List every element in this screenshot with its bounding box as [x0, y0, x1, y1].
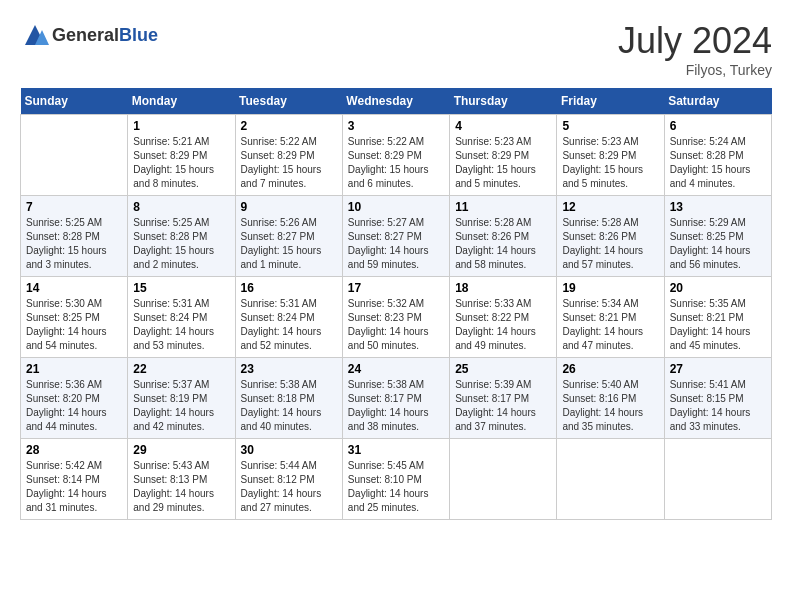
day-info: Sunrise: 5:38 AM Sunset: 8:17 PM Dayligh…	[348, 378, 444, 434]
day-info: Sunrise: 5:43 AM Sunset: 8:13 PM Dayligh…	[133, 459, 229, 515]
location-subtitle: Filyos, Turkey	[618, 62, 772, 78]
day-info: Sunrise: 5:35 AM Sunset: 8:21 PM Dayligh…	[670, 297, 766, 353]
calendar-day-cell: 30Sunrise: 5:44 AM Sunset: 8:12 PM Dayli…	[235, 439, 342, 520]
calendar-table: SundayMondayTuesdayWednesdayThursdayFrid…	[20, 88, 772, 520]
calendar-day-cell: 17Sunrise: 5:32 AM Sunset: 8:23 PM Dayli…	[342, 277, 449, 358]
day-number: 16	[241, 281, 337, 295]
calendar-day-cell: 2Sunrise: 5:22 AM Sunset: 8:29 PM Daylig…	[235, 115, 342, 196]
calendar-week-row: 14Sunrise: 5:30 AM Sunset: 8:25 PM Dayli…	[21, 277, 772, 358]
day-info: Sunrise: 5:21 AM Sunset: 8:29 PM Dayligh…	[133, 135, 229, 191]
day-info: Sunrise: 5:39 AM Sunset: 8:17 PM Dayligh…	[455, 378, 551, 434]
calendar-day-cell: 19Sunrise: 5:34 AM Sunset: 8:21 PM Dayli…	[557, 277, 664, 358]
day-info: Sunrise: 5:23 AM Sunset: 8:29 PM Dayligh…	[455, 135, 551, 191]
day-info: Sunrise: 5:23 AM Sunset: 8:29 PM Dayligh…	[562, 135, 658, 191]
day-number: 10	[348, 200, 444, 214]
weekday-header-saturday: Saturday	[664, 88, 771, 115]
day-number: 27	[670, 362, 766, 376]
calendar-day-cell: 16Sunrise: 5:31 AM Sunset: 8:24 PM Dayli…	[235, 277, 342, 358]
calendar-day-cell: 28Sunrise: 5:42 AM Sunset: 8:14 PM Dayli…	[21, 439, 128, 520]
day-number: 12	[562, 200, 658, 214]
calendar-week-row: 28Sunrise: 5:42 AM Sunset: 8:14 PM Dayli…	[21, 439, 772, 520]
calendar-day-cell: 25Sunrise: 5:39 AM Sunset: 8:17 PM Dayli…	[450, 358, 557, 439]
day-number: 17	[348, 281, 444, 295]
calendar-day-cell: 10Sunrise: 5:27 AM Sunset: 8:27 PM Dayli…	[342, 196, 449, 277]
day-number: 28	[26, 443, 122, 457]
page-header: GeneralBlue July 2024 Filyos, Turkey	[20, 20, 772, 78]
calendar-day-cell: 20Sunrise: 5:35 AM Sunset: 8:21 PM Dayli…	[664, 277, 771, 358]
day-number: 8	[133, 200, 229, 214]
day-number: 29	[133, 443, 229, 457]
day-info: Sunrise: 5:28 AM Sunset: 8:26 PM Dayligh…	[562, 216, 658, 272]
calendar-day-cell: 31Sunrise: 5:45 AM Sunset: 8:10 PM Dayli…	[342, 439, 449, 520]
day-number: 3	[348, 119, 444, 133]
calendar-day-cell: 13Sunrise: 5:29 AM Sunset: 8:25 PM Dayli…	[664, 196, 771, 277]
day-number: 21	[26, 362, 122, 376]
day-number: 4	[455, 119, 551, 133]
calendar-day-cell: 11Sunrise: 5:28 AM Sunset: 8:26 PM Dayli…	[450, 196, 557, 277]
title-block: July 2024 Filyos, Turkey	[618, 20, 772, 78]
logo-blue-text: Blue	[119, 25, 158, 45]
day-info: Sunrise: 5:32 AM Sunset: 8:23 PM Dayligh…	[348, 297, 444, 353]
day-number: 23	[241, 362, 337, 376]
day-number: 7	[26, 200, 122, 214]
day-info: Sunrise: 5:38 AM Sunset: 8:18 PM Dayligh…	[241, 378, 337, 434]
calendar-day-cell: 23Sunrise: 5:38 AM Sunset: 8:18 PM Dayli…	[235, 358, 342, 439]
day-info: Sunrise: 5:31 AM Sunset: 8:24 PM Dayligh…	[241, 297, 337, 353]
weekday-header-thursday: Thursday	[450, 88, 557, 115]
calendar-day-cell	[21, 115, 128, 196]
day-number: 20	[670, 281, 766, 295]
weekday-header-sunday: Sunday	[21, 88, 128, 115]
calendar-day-cell: 22Sunrise: 5:37 AM Sunset: 8:19 PM Dayli…	[128, 358, 235, 439]
day-info: Sunrise: 5:40 AM Sunset: 8:16 PM Dayligh…	[562, 378, 658, 434]
calendar-day-cell: 3Sunrise: 5:22 AM Sunset: 8:29 PM Daylig…	[342, 115, 449, 196]
day-number: 25	[455, 362, 551, 376]
day-number: 26	[562, 362, 658, 376]
weekday-header-monday: Monday	[128, 88, 235, 115]
weekday-header-row: SundayMondayTuesdayWednesdayThursdayFrid…	[21, 88, 772, 115]
day-number: 5	[562, 119, 658, 133]
day-info: Sunrise: 5:22 AM Sunset: 8:29 PM Dayligh…	[241, 135, 337, 191]
weekday-header-tuesday: Tuesday	[235, 88, 342, 115]
day-number: 2	[241, 119, 337, 133]
day-info: Sunrise: 5:28 AM Sunset: 8:26 PM Dayligh…	[455, 216, 551, 272]
calendar-day-cell: 1Sunrise: 5:21 AM Sunset: 8:29 PM Daylig…	[128, 115, 235, 196]
day-info: Sunrise: 5:37 AM Sunset: 8:19 PM Dayligh…	[133, 378, 229, 434]
calendar-week-row: 7Sunrise: 5:25 AM Sunset: 8:28 PM Daylig…	[21, 196, 772, 277]
day-number: 1	[133, 119, 229, 133]
calendar-day-cell: 6Sunrise: 5:24 AM Sunset: 8:28 PM Daylig…	[664, 115, 771, 196]
day-number: 14	[26, 281, 122, 295]
day-info: Sunrise: 5:45 AM Sunset: 8:10 PM Dayligh…	[348, 459, 444, 515]
weekday-header-friday: Friday	[557, 88, 664, 115]
calendar-day-cell: 12Sunrise: 5:28 AM Sunset: 8:26 PM Dayli…	[557, 196, 664, 277]
calendar-day-cell: 9Sunrise: 5:26 AM Sunset: 8:27 PM Daylig…	[235, 196, 342, 277]
day-info: Sunrise: 5:25 AM Sunset: 8:28 PM Dayligh…	[26, 216, 122, 272]
day-info: Sunrise: 5:44 AM Sunset: 8:12 PM Dayligh…	[241, 459, 337, 515]
day-info: Sunrise: 5:26 AM Sunset: 8:27 PM Dayligh…	[241, 216, 337, 272]
day-number: 24	[348, 362, 444, 376]
day-number: 18	[455, 281, 551, 295]
day-info: Sunrise: 5:41 AM Sunset: 8:15 PM Dayligh…	[670, 378, 766, 434]
day-info: Sunrise: 5:31 AM Sunset: 8:24 PM Dayligh…	[133, 297, 229, 353]
day-info: Sunrise: 5:34 AM Sunset: 8:21 PM Dayligh…	[562, 297, 658, 353]
day-number: 15	[133, 281, 229, 295]
day-info: Sunrise: 5:29 AM Sunset: 8:25 PM Dayligh…	[670, 216, 766, 272]
month-year-title: July 2024	[618, 20, 772, 62]
day-number: 11	[455, 200, 551, 214]
day-number: 19	[562, 281, 658, 295]
day-info: Sunrise: 5:27 AM Sunset: 8:27 PM Dayligh…	[348, 216, 444, 272]
day-info: Sunrise: 5:22 AM Sunset: 8:29 PM Dayligh…	[348, 135, 444, 191]
calendar-day-cell: 18Sunrise: 5:33 AM Sunset: 8:22 PM Dayli…	[450, 277, 557, 358]
calendar-day-cell: 24Sunrise: 5:38 AM Sunset: 8:17 PM Dayli…	[342, 358, 449, 439]
logo-general-text: General	[52, 25, 119, 45]
day-number: 13	[670, 200, 766, 214]
day-info: Sunrise: 5:25 AM Sunset: 8:28 PM Dayligh…	[133, 216, 229, 272]
day-number: 22	[133, 362, 229, 376]
calendar-day-cell: 5Sunrise: 5:23 AM Sunset: 8:29 PM Daylig…	[557, 115, 664, 196]
calendar-day-cell: 29Sunrise: 5:43 AM Sunset: 8:13 PM Dayli…	[128, 439, 235, 520]
day-number: 30	[241, 443, 337, 457]
calendar-day-cell: 15Sunrise: 5:31 AM Sunset: 8:24 PM Dayli…	[128, 277, 235, 358]
calendar-day-cell: 27Sunrise: 5:41 AM Sunset: 8:15 PM Dayli…	[664, 358, 771, 439]
calendar-day-cell	[450, 439, 557, 520]
calendar-day-cell: 21Sunrise: 5:36 AM Sunset: 8:20 PM Dayli…	[21, 358, 128, 439]
weekday-header-wednesday: Wednesday	[342, 88, 449, 115]
